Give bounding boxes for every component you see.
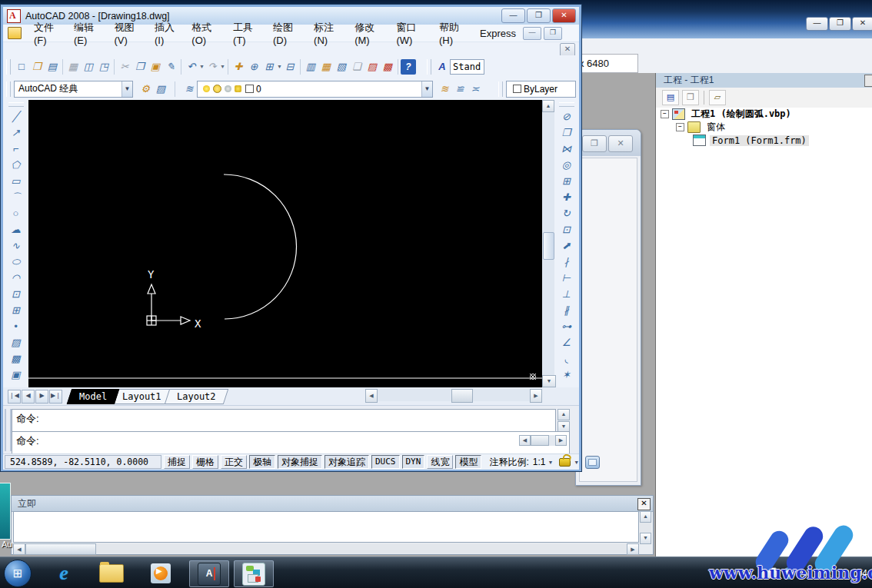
redo-dropdown-icon[interactable]: ▼ bbox=[220, 64, 225, 69]
zoom-realtime-icon[interactable]: ⊕ bbox=[246, 59, 261, 75]
clean-screen-button[interactable] bbox=[585, 456, 600, 469]
chevron-down-icon[interactable]: ▼ bbox=[574, 460, 579, 465]
prev-tab-icon[interactable]: ◀ bbox=[22, 390, 35, 404]
toggle-otrack[interactable]: 对象追踪 bbox=[325, 455, 369, 469]
menu-express[interactable]: Express bbox=[474, 26, 522, 41]
toggle-lineweight[interactable]: 线宽 bbox=[427, 455, 453, 469]
toolbar-grip[interactable] bbox=[559, 102, 574, 107]
scroll-right-icon[interactable]: ▶ bbox=[555, 435, 567, 446]
redo-icon[interactable]: ↷ bbox=[205, 59, 220, 75]
save-icon[interactable]: ▤ bbox=[45, 59, 60, 75]
fillet-icon[interactable]: ◟ bbox=[559, 351, 574, 367]
polygon-icon[interactable]: ⬠ bbox=[8, 158, 24, 173]
text-style-icon[interactable]: A bbox=[434, 59, 450, 75]
chevron-down-icon[interactable]: ▼ bbox=[547, 460, 553, 465]
designcenter-icon[interactable]: ▦ bbox=[318, 59, 334, 75]
collapse-icon[interactable]: − bbox=[676, 123, 684, 131]
start-button[interactable]: ⊞ bbox=[4, 560, 32, 587]
project-explorer-close-icon[interactable] bbox=[864, 75, 872, 87]
toggle-model[interactable]: 模型 bbox=[455, 455, 481, 469]
taskbar-media-player[interactable] bbox=[141, 560, 180, 586]
pan-realtime-icon[interactable]: ✚ bbox=[231, 59, 246, 75]
menu-tools[interactable]: 工具(T) bbox=[227, 19, 266, 48]
toggle-polar[interactable]: 极轴 bbox=[249, 455, 275, 469]
hidden-icons-icon[interactable]: ▲ bbox=[803, 569, 810, 577]
spline-icon[interactable]: ∿ bbox=[8, 238, 24, 254]
immediate-window-body[interactable] bbox=[13, 511, 639, 543]
hatch-icon[interactable]: ▨ bbox=[8, 335, 24, 350]
canvas-horizontal-scrollbar[interactable]: ◀ ▶ bbox=[365, 389, 542, 401]
scroll-right-icon[interactable]: ▶ bbox=[530, 389, 542, 403]
quickcalc-icon[interactable]: ▩ bbox=[380, 59, 395, 75]
publish-icon[interactable]: ◳ bbox=[96, 59, 111, 75]
drawing-canvas[interactable]: Y X bbox=[28, 100, 542, 387]
zoom-previous-icon[interactable]: ⊟ bbox=[282, 59, 298, 75]
annotation-scale-control[interactable]: 注释比例: 1:1 ▼ bbox=[489, 456, 553, 469]
command-horizontal-scrollbar[interactable]: ◀ ▶ bbox=[519, 435, 567, 446]
menu-modify[interactable]: 修改(M) bbox=[348, 19, 389, 48]
command-scrollbar[interactable]: ▲ ▼ bbox=[557, 409, 570, 430]
join-icon[interactable]: ⊶ bbox=[559, 319, 574, 334]
toggle-dyn[interactable]: DYN bbox=[402, 455, 425, 469]
volume-icon[interactable]: ◁𝄙 bbox=[827, 569, 839, 578]
arc-entity[interactable] bbox=[224, 174, 297, 319]
zoom-dropdown-icon[interactable]: ▼ bbox=[277, 64, 282, 69]
menu-dimension[interactable]: 标注(N) bbox=[308, 19, 348, 48]
first-tab-icon[interactable]: ❘◀ bbox=[8, 390, 21, 404]
extend-icon[interactable]: ⊢ bbox=[559, 271, 574, 286]
sheet-set-manager-icon[interactable]: ❏ bbox=[349, 59, 364, 75]
view-object-icon[interactable]: ❒ bbox=[682, 90, 699, 105]
canvas-vertical-scrollbar[interactable]: ▲ ▼ bbox=[542, 100, 554, 387]
chevron-down-icon[interactable]: ▼ bbox=[421, 81, 432, 97]
layer-properties-manager-icon[interactable]: ≋ bbox=[181, 81, 197, 97]
vb-restore-button[interactable]: ❐ bbox=[829, 17, 851, 31]
toolbar-grip[interactable] bbox=[6, 81, 11, 97]
vb-close-button[interactable]: ✕ bbox=[852, 17, 872, 31]
mdi-restore-button[interactable]: ❐ bbox=[544, 27, 562, 40]
network-icon[interactable]: ▟ bbox=[816, 569, 822, 577]
plot-icon[interactable]: ▦ bbox=[65, 59, 81, 75]
scroll-left-icon[interactable]: ◀ bbox=[519, 435, 531, 446]
immediate-horizontal-scrollbar[interactable]: ◀ ▶ bbox=[13, 543, 639, 553]
menu-insert[interactable]: 插入(I) bbox=[148, 19, 185, 48]
break-at-point-icon[interactable]: ⊥ bbox=[559, 287, 574, 302]
command-window-grip[interactable] bbox=[5, 409, 12, 451]
scroll-down-icon[interactable]: ▼ bbox=[542, 375, 556, 387]
scroll-thumb[interactable] bbox=[531, 435, 549, 446]
lock-icon[interactable] bbox=[559, 458, 571, 467]
trim-icon[interactable]: ∤ bbox=[559, 254, 574, 270]
text-style-combobox[interactable]: Stand bbox=[450, 59, 484, 75]
layer-freeze-icon[interactable] bbox=[213, 85, 221, 93]
vb-form-window[interactable]: ❐ ✕ bbox=[575, 129, 641, 486]
array-icon[interactable]: ⊞ bbox=[559, 174, 574, 189]
region-icon[interactable]: ▣ bbox=[8, 367, 24, 383]
help-icon[interactable]: ? bbox=[783, 567, 795, 580]
undo-dropdown-icon[interactable]: ▼ bbox=[199, 64, 205, 69]
insert-block-icon[interactable]: ⊡ bbox=[8, 287, 24, 302]
copy-object-icon[interactable]: ❐ bbox=[559, 125, 574, 141]
toolbar-grip[interactable] bbox=[8, 102, 24, 107]
tool-palettes-icon[interactable]: ▧ bbox=[334, 59, 349, 75]
scroll-up-icon[interactable]: ▲ bbox=[557, 409, 570, 420]
next-tab-icon[interactable]: ▶ bbox=[35, 390, 48, 404]
scroll-down-icon[interactable]: ▼ bbox=[640, 533, 651, 544]
menu-draw[interactable]: 绘图(D) bbox=[267, 19, 307, 48]
toggle-ducs[interactable]: DUCS bbox=[371, 455, 400, 469]
taskbar-windows-explorer[interactable] bbox=[92, 560, 131, 586]
cut-icon[interactable]: ✂ bbox=[117, 59, 132, 75]
command-history[interactable]: 命令: bbox=[12, 409, 556, 434]
form-close-button[interactable]: ✕ bbox=[608, 135, 633, 152]
command-input[interactable]: 命令: bbox=[12, 431, 570, 454]
scroll-up-icon[interactable]: ▲ bbox=[542, 100, 554, 112]
gradient-icon[interactable]: ▩ bbox=[8, 351, 24, 367]
toggle-osnap[interactable]: 对象捕捉 bbox=[278, 455, 322, 469]
tab-layout2[interactable]: Layout2 bbox=[164, 389, 228, 404]
make-block-icon[interactable]: ⊞ bbox=[8, 303, 24, 318]
revision-cloud-icon[interactable]: ☁ bbox=[8, 222, 24, 238]
layer-on-icon[interactable] bbox=[203, 85, 210, 92]
move-icon[interactable]: ✚ bbox=[559, 190, 574, 205]
scroll-up-icon[interactable]: ▲ bbox=[640, 511, 651, 523]
layer-states-icon[interactable]: ≍ bbox=[468, 81, 483, 97]
workspace-settings-icon[interactable]: ⚙ bbox=[138, 81, 153, 97]
immediate-window-title[interactable]: 立即 bbox=[12, 496, 653, 512]
